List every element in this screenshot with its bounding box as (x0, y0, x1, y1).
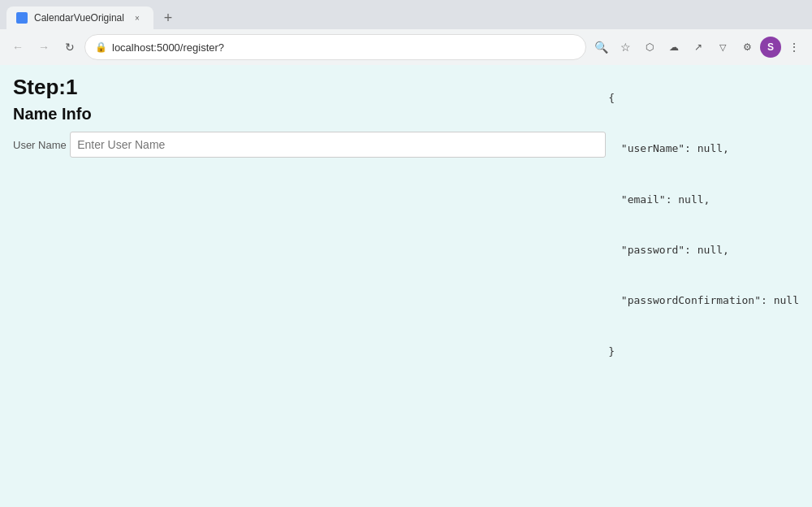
profile-avatar[interactable]: S (760, 37, 781, 58)
cast-icon[interactable]: ⬡ (638, 36, 661, 58)
browser-chrome: CalendarVueOriginal × + ← → ↻ 🔒 localhos… (0, 0, 812, 65)
tab-close-button[interactable]: × (131, 11, 144, 24)
search-icon[interactable]: 🔍 (590, 36, 612, 58)
address-bar[interactable]: 🔒 localhost:5000/register? (84, 34, 586, 60)
forward-button[interactable]: → (32, 36, 55, 58)
json-debug-panel: { "userName": null, "email": null, "pass… (583, 73, 799, 377)
back-button[interactable]: ← (6, 36, 29, 58)
more-options-icon[interactable]: ⋮ (783, 36, 806, 58)
nav-icons-right: 🔍 ☆ ⬡ ☁ ↗ ▽ ⚙ S ⋮ (590, 36, 806, 58)
tab-label: CalendarVueOriginal (34, 12, 124, 24)
tab-bar: CalendarVueOriginal × + (0, 0, 812, 29)
username-label: User Name (13, 139, 67, 151)
json-line1: { (608, 92, 615, 104)
active-tab[interactable]: CalendarVueOriginal × (6, 6, 153, 29)
url-display: localhost:5000/register? (112, 41, 576, 54)
bookmark-icon[interactable]: ☆ (614, 36, 637, 58)
json-line6: } (608, 345, 615, 358)
filter-icon[interactable]: ▽ (711, 36, 734, 58)
json-line4: "password": null, (608, 244, 729, 256)
extensions-icon[interactable]: ⚙ (736, 36, 758, 58)
tab-favicon (16, 12, 28, 24)
share-icon[interactable]: ↗ (687, 36, 710, 58)
reload-button[interactable]: ↻ (58, 36, 81, 58)
page-content: Step:1 Name Info User Name { "userName":… (0, 65, 812, 507)
cloud-icon[interactable]: ☁ (663, 36, 685, 58)
new-tab-button[interactable]: + (157, 6, 179, 29)
username-input[interactable] (70, 132, 606, 158)
nav-bar: ← → ↻ 🔒 localhost:5000/register? 🔍 ☆ ⬡ ☁… (0, 29, 812, 65)
json-line2: "userName": null, (608, 142, 729, 154)
lock-icon: 🔒 (95, 41, 107, 53)
json-line3: "email": null, (608, 193, 710, 206)
json-line5: "passwordConfirmation": null (608, 294, 799, 306)
